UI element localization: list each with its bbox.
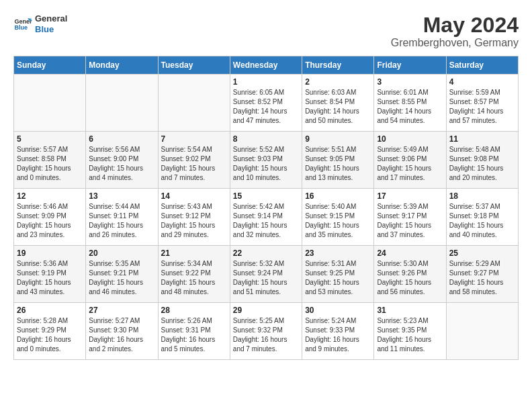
day-info: Sunrise: 6:05 AM Sunset: 8:52 PM Dayligh… [233,88,299,126]
day-info: Sunrise: 5:52 AM Sunset: 9:03 PM Dayligh… [233,145,299,183]
calendar-cell: 18Sunrise: 5:37 AM Sunset: 9:18 PM Dayli… [446,189,518,246]
day-number: 12 [17,191,83,201]
day-info: Sunrise: 5:59 AM Sunset: 8:57 PM Dayligh… [449,88,515,126]
day-number: 1 [233,77,299,87]
logo: General Blue GeneralBlue [13,13,67,34]
month-title: May 2024 [391,13,519,37]
week-row-2: 5Sunrise: 5:57 AM Sunset: 8:58 PM Daylig… [14,132,519,189]
calendar-cell: 17Sunrise: 5:39 AM Sunset: 9:17 PM Dayli… [374,189,446,246]
day-info: Sunrise: 5:31 AM Sunset: 9:25 PM Dayligh… [305,259,371,297]
day-number: 5 [17,134,83,144]
day-number: 8 [233,134,299,144]
calendar-cell: 10Sunrise: 5:49 AM Sunset: 9:06 PM Dayli… [374,132,446,189]
calendar-cell [446,303,518,360]
week-row-4: 19Sunrise: 5:36 AM Sunset: 9:19 PM Dayli… [14,246,519,303]
day-number: 13 [89,191,154,201]
calendar-cell: 28Sunrise: 5:26 AM Sunset: 9:31 PM Dayli… [158,303,230,360]
calendar-cell: 29Sunrise: 5:25 AM Sunset: 9:32 PM Dayli… [230,303,302,360]
day-info: Sunrise: 5:44 AM Sunset: 9:11 PM Dayligh… [89,202,154,240]
day-info: Sunrise: 5:57 AM Sunset: 8:58 PM Dayligh… [17,145,83,183]
calendar-table: SundayMondayTuesdayWednesdayThursdayFrid… [13,56,519,360]
day-info: Sunrise: 5:39 AM Sunset: 9:17 PM Dayligh… [377,202,443,240]
calendar-cell: 24Sunrise: 5:30 AM Sunset: 9:26 PM Dayli… [374,246,446,303]
day-number: 22 [233,248,299,258]
day-info: Sunrise: 5:28 AM Sunset: 9:29 PM Dayligh… [17,316,83,354]
day-number: 10 [377,134,443,144]
calendar-cell [14,75,86,132]
calendar-cell: 19Sunrise: 5:36 AM Sunset: 9:19 PM Dayli… [14,246,86,303]
page-header: General Blue GeneralBlue May 2024 Grembe… [13,13,519,49]
calendar-cell: 13Sunrise: 5:44 AM Sunset: 9:11 PM Dayli… [86,189,158,246]
calendar-cell: 11Sunrise: 5:48 AM Sunset: 9:08 PM Dayli… [446,132,518,189]
column-header-friday: Friday [374,56,446,75]
week-row-1: 1Sunrise: 6:05 AM Sunset: 8:52 PM Daylig… [14,75,519,132]
day-info: Sunrise: 5:26 AM Sunset: 9:31 PM Dayligh… [161,316,227,354]
calendar-cell: 23Sunrise: 5:31 AM Sunset: 9:25 PM Dayli… [302,246,374,303]
calendar-cell: 27Sunrise: 5:27 AM Sunset: 9:30 PM Dayli… [86,303,158,360]
week-row-5: 26Sunrise: 5:28 AM Sunset: 9:29 PM Dayli… [14,303,519,360]
day-info: Sunrise: 5:32 AM Sunset: 9:24 PM Dayligh… [233,259,299,297]
calendar-cell: 22Sunrise: 5:32 AM Sunset: 9:24 PM Dayli… [230,246,302,303]
location: Gremberghoven, Germany [391,37,519,49]
calendar-cell: 3Sunrise: 6:01 AM Sunset: 8:55 PM Daylig… [374,75,446,132]
calendar-cell: 21Sunrise: 5:34 AM Sunset: 9:22 PM Dayli… [158,246,230,303]
day-info: Sunrise: 5:51 AM Sunset: 9:05 PM Dayligh… [305,145,371,183]
day-info: Sunrise: 5:29 AM Sunset: 9:27 PM Dayligh… [449,259,515,297]
calendar-cell: 5Sunrise: 5:57 AM Sunset: 8:58 PM Daylig… [14,132,86,189]
day-info: Sunrise: 6:03 AM Sunset: 8:54 PM Dayligh… [305,88,371,126]
day-number: 30 [305,306,371,315]
calendar-cell: 14Sunrise: 5:43 AM Sunset: 9:12 PM Dayli… [158,189,230,246]
day-info: Sunrise: 5:43 AM Sunset: 9:12 PM Dayligh… [161,202,227,240]
day-info: Sunrise: 5:54 AM Sunset: 9:02 PM Dayligh… [161,145,227,183]
day-info: Sunrise: 5:42 AM Sunset: 9:14 PM Dayligh… [233,202,299,240]
calendar-cell: 31Sunrise: 5:23 AM Sunset: 9:35 PM Dayli… [374,303,446,360]
column-header-thursday: Thursday [302,56,374,75]
calendar-cell: 1Sunrise: 6:05 AM Sunset: 8:52 PM Daylig… [230,75,302,132]
day-info: Sunrise: 5:49 AM Sunset: 9:06 PM Dayligh… [377,145,443,183]
day-info: Sunrise: 5:37 AM Sunset: 9:18 PM Dayligh… [449,202,515,240]
day-number: 19 [17,248,83,258]
logo-icon: General Blue [13,15,32,34]
day-number: 15 [233,191,299,201]
day-info: Sunrise: 5:25 AM Sunset: 9:32 PM Dayligh… [233,316,299,354]
day-info: Sunrise: 6:01 AM Sunset: 8:55 PM Dayligh… [377,88,443,126]
calendar-header: SundayMondayTuesdayWednesdayThursdayFrid… [14,56,519,75]
day-number: 7 [161,134,227,144]
day-info: Sunrise: 5:23 AM Sunset: 9:35 PM Dayligh… [377,316,443,354]
day-info: Sunrise: 5:27 AM Sunset: 9:30 PM Dayligh… [89,316,154,354]
day-info: Sunrise: 5:48 AM Sunset: 9:08 PM Dayligh… [449,145,515,183]
calendar-cell: 20Sunrise: 5:35 AM Sunset: 9:21 PM Dayli… [86,246,158,303]
day-number: 20 [89,248,154,258]
day-number: 11 [449,134,515,144]
day-info: Sunrise: 5:24 AM Sunset: 9:33 PM Dayligh… [305,316,371,354]
calendar-cell: 8Sunrise: 5:52 AM Sunset: 9:03 PM Daylig… [230,132,302,189]
day-number: 21 [161,248,227,258]
day-number: 29 [233,306,299,315]
calendar-cell: 4Sunrise: 5:59 AM Sunset: 8:57 PM Daylig… [446,75,518,132]
svg-text:Blue: Blue [14,24,28,31]
calendar-body: 1Sunrise: 6:05 AM Sunset: 8:52 PM Daylig… [14,75,519,360]
day-number: 6 [89,134,154,144]
calendar-cell: 26Sunrise: 5:28 AM Sunset: 9:29 PM Dayli… [14,303,86,360]
day-number: 9 [305,134,371,144]
day-number: 16 [305,191,371,201]
calendar-cell: 2Sunrise: 6:03 AM Sunset: 8:54 PM Daylig… [302,75,374,132]
day-number: 27 [89,306,154,315]
calendar-cell: 15Sunrise: 5:42 AM Sunset: 9:14 PM Dayli… [230,189,302,246]
calendar-cell: 12Sunrise: 5:46 AM Sunset: 9:09 PM Dayli… [14,189,86,246]
day-number: 18 [449,191,515,201]
column-header-monday: Monday [86,56,158,75]
day-number: 17 [377,191,443,201]
calendar-cell: 25Sunrise: 5:29 AM Sunset: 9:27 PM Dayli… [446,246,518,303]
day-number: 3 [377,77,443,87]
calendar-cell: 16Sunrise: 5:40 AM Sunset: 9:15 PM Dayli… [302,189,374,246]
column-header-tuesday: Tuesday [158,56,230,75]
day-info: Sunrise: 5:34 AM Sunset: 9:22 PM Dayligh… [161,259,227,297]
day-info: Sunrise: 5:46 AM Sunset: 9:09 PM Dayligh… [17,202,83,240]
column-header-wednesday: Wednesday [230,56,302,75]
day-number: 26 [17,306,83,315]
calendar-cell [86,75,158,132]
logo-text: GeneralBlue [35,13,67,34]
day-info: Sunrise: 5:30 AM Sunset: 9:26 PM Dayligh… [377,259,443,297]
day-info: Sunrise: 5:40 AM Sunset: 9:15 PM Dayligh… [305,202,371,240]
